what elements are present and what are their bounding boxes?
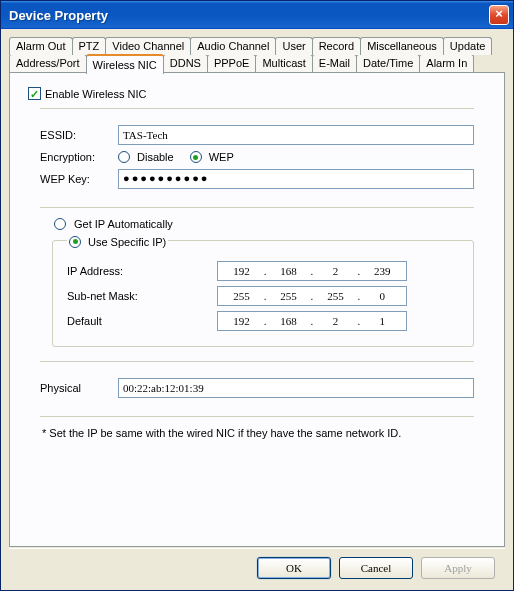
ip-auto-label: Get IP Automatically [74, 218, 173, 230]
tab-update[interactable]: Update [443, 37, 492, 55]
wepkey-label: WEP Key: [40, 173, 118, 185]
encryption-wep-radio[interactable] [190, 151, 202, 163]
wifi-group: ESSID: Encryption: Disable WEP [40, 108, 474, 208]
tab-video-channel[interactable]: Video Channel [105, 37, 191, 55]
encryption-disable-label: Disable [137, 151, 174, 163]
essid-label: ESSID: [40, 129, 118, 141]
ok-button[interactable]: OK [257, 557, 331, 579]
footer-note: * Set the IP be same with the wired NIC … [42, 427, 472, 439]
ip-auto-radio[interactable] [54, 218, 66, 230]
device-property-window: Device Property × Alarm OutPTZVideo Chan… [0, 0, 514, 591]
tab-ddns[interactable]: DDNS [163, 54, 208, 73]
tab-alarm-in[interactable]: Alarm In [419, 54, 474, 73]
tab-pppoe[interactable]: PPPoE [207, 54, 256, 73]
client-area: Alarm OutPTZVideo ChannelAudio ChannelUs… [1, 29, 513, 590]
tab-record[interactable]: Record [312, 37, 361, 55]
ip-specific-group: Use Specific IP) IP Address: 192. 168. 2… [52, 234, 474, 347]
cancel-button[interactable]: Cancel [339, 557, 413, 579]
tabstrip: Alarm OutPTZVideo ChannelAudio ChannelUs… [9, 37, 505, 73]
apply-button[interactable]: Apply [421, 557, 495, 579]
default-gateway-label: Default [67, 315, 217, 327]
encryption-wep-label: WEP [209, 151, 234, 163]
wepkey-input[interactable]: ●●●●●●●●●● [118, 169, 474, 189]
tab-panel-wireless-nic: ✓ Enable Wireless NIC ESSID: Encryption:… [9, 72, 505, 547]
tab-address-port[interactable]: Address/Port [9, 54, 87, 73]
tab-miscellaneous[interactable]: Miscellaneous [360, 37, 444, 55]
tab-user[interactable]: User [275, 37, 312, 55]
subnet-mask-label: Sub-net Mask: [67, 290, 217, 302]
tab-date-time[interactable]: Date/Time [356, 54, 420, 73]
physical-input[interactable] [118, 378, 474, 398]
window-title: Device Property [9, 8, 489, 23]
ip-specific-label: Use Specific IP) [88, 236, 166, 248]
close-button[interactable]: × [489, 5, 509, 25]
encryption-label: Encryption: [40, 151, 118, 163]
tab-wireless-nic[interactable]: Wireless NIC [86, 54, 164, 74]
physical-label: Physical [40, 382, 118, 394]
mac-group: Physical [40, 361, 474, 417]
ip-address-input[interactable]: 192. 168. 2. 239 [217, 261, 407, 281]
button-bar: OK Cancel Apply [9, 548, 505, 586]
tab-ptz[interactable]: PTZ [72, 37, 107, 55]
enable-wireless-label: Enable Wireless NIC [45, 88, 146, 100]
subnet-mask-input[interactable]: 255. 255. 255. 0 [217, 286, 407, 306]
default-gateway-input[interactable]: 192. 168. 2. 1 [217, 311, 407, 331]
ip-address-label: IP Address: [67, 265, 217, 277]
encryption-disable-radio[interactable] [118, 151, 130, 163]
tab-alarm-out[interactable]: Alarm Out [9, 37, 73, 55]
essid-input[interactable] [118, 125, 474, 145]
tab-multicast[interactable]: Multicast [255, 54, 312, 73]
tab-audio-channel[interactable]: Audio Channel [190, 37, 276, 55]
tab-e-mail[interactable]: E-Mail [312, 54, 357, 73]
enable-wireless-checkbox[interactable]: ✓ [28, 87, 41, 100]
titlebar[interactable]: Device Property × [1, 1, 513, 29]
ip-specific-radio[interactable] [69, 236, 81, 248]
